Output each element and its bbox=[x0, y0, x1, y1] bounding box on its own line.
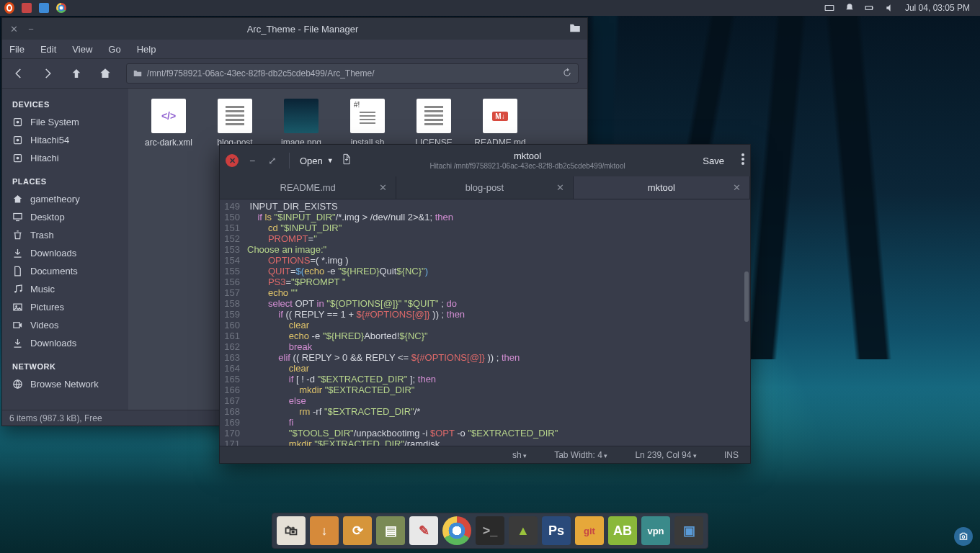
file-item[interactable]: blog-post bbox=[205, 99, 265, 148]
clock[interactable]: Jul 04, 03:05 PM bbox=[905, 3, 970, 13]
svg-point-16 bbox=[741, 153, 744, 156]
file-item[interactable]: install.sh bbox=[337, 99, 398, 148]
sidebar-item-label: File System bbox=[30, 117, 79, 127]
sidebar-item[interactable]: Documents bbox=[2, 262, 128, 280]
status-insert-mode[interactable]: INS bbox=[724, 450, 739, 460]
status-tabwidth[interactable]: Tab Width: 4 bbox=[554, 450, 607, 460]
window-minimize-button[interactable]: − bbox=[246, 155, 259, 166]
sidebar-item-label: Hitachi54 bbox=[30, 135, 69, 145]
dock-software-center[interactable]: 🛍 bbox=[277, 516, 306, 545]
save-button[interactable]: Save bbox=[703, 156, 724, 166]
dock-sync[interactable]: ⟳ bbox=[343, 516, 372, 545]
dock-notes[interactable]: ✎ bbox=[409, 516, 438, 545]
tab-close-icon[interactable]: ✕ bbox=[733, 182, 741, 193]
editor-code-area[interactable]: 149 150 151 152 153 154 155 156 157 158 … bbox=[220, 199, 750, 446]
sidebar-item[interactable]: Hitachi54 bbox=[2, 131, 128, 149]
dock-vpn[interactable]: vpn bbox=[641, 516, 670, 545]
dock-files[interactable]: ▤ bbox=[376, 516, 405, 545]
dock-chrome[interactable] bbox=[442, 516, 471, 545]
file-item[interactable]: image.png bbox=[271, 99, 331, 148]
app-indicator-2[interactable] bbox=[39, 3, 49, 13]
new-document-button[interactable] bbox=[341, 153, 352, 168]
sidebar-item-label: Browse Network bbox=[30, 379, 99, 390]
sidebar-item[interactable]: Desktop bbox=[2, 208, 128, 226]
sidebar-item[interactable]: Downloads bbox=[2, 334, 128, 352]
editor-title: mktool bbox=[514, 150, 541, 162]
fm-titlebar[interactable]: ✕ − Arc_Theme - File Manager bbox=[2, 18, 587, 40]
file-item[interactable]: M↓README.md bbox=[470, 99, 530, 148]
sidebar-item[interactable]: Hitachi bbox=[2, 149, 128, 167]
sidebar-item[interactable]: Videos bbox=[2, 316, 128, 334]
tab-close-icon[interactable]: ✕ bbox=[556, 182, 564, 193]
fm-sidebar: DEVICES File SystemHitachi54Hitachi PLAC… bbox=[2, 89, 128, 410]
window-maximize-button[interactable]: ⤢ bbox=[266, 155, 279, 166]
file-thumb: M↓ bbox=[483, 99, 517, 133]
open-button[interactable]: Open▼ bbox=[300, 156, 334, 166]
scrollbar-thumb[interactable] bbox=[744, 271, 749, 322]
sidebar-item[interactable]: Pictures bbox=[2, 298, 128, 316]
dock-ab[interactable]: AB bbox=[608, 516, 637, 545]
menu-edit[interactable]: Edit bbox=[40, 44, 56, 55]
sidebar-item[interactable]: Music bbox=[2, 280, 128, 298]
dock-photoshop[interactable]: Ps bbox=[542, 516, 571, 545]
window-minimize-button[interactable]: − bbox=[25, 23, 37, 35]
notifications-icon[interactable] bbox=[845, 3, 855, 13]
sidebar-item[interactable]: gametheory bbox=[2, 190, 128, 208]
tab-close-icon[interactable]: ✕ bbox=[379, 182, 387, 193]
hamburger-menu-button[interactable] bbox=[741, 153, 744, 168]
editor-tab[interactable]: README.md✕ bbox=[220, 176, 396, 199]
keyboard-icon[interactable] bbox=[824, 3, 834, 13]
code-text[interactable]: INPUT_DIR_EXISTS if ls "$INPUT_DIR"/*.im… bbox=[244, 199, 750, 446]
sidebar-item[interactable]: Downloads bbox=[2, 244, 128, 262]
svg-rect-0 bbox=[825, 6, 834, 11]
svg-rect-2 bbox=[872, 7, 873, 9]
reload-button[interactable] bbox=[562, 68, 572, 80]
menu-go[interactable]: Go bbox=[108, 44, 120, 55]
status-position[interactable]: Ln 239, Col 94 bbox=[635, 450, 697, 460]
sidebar-item[interactable]: File System bbox=[2, 113, 128, 131]
svg-point-11 bbox=[20, 290, 22, 292]
tab-label: README.md bbox=[280, 182, 336, 193]
sidebar-item[interactable]: Trash bbox=[2, 226, 128, 244]
sidebar-item-label: gametheory bbox=[30, 194, 80, 204]
app-indicator-chrome[interactable] bbox=[56, 3, 66, 13]
editor-headerbar[interactable]: ✕ − ⤢ Open▼ mktool Hitachi /mnt/f9758921… bbox=[220, 145, 750, 176]
window-close-button[interactable]: ✕ bbox=[8, 23, 19, 35]
volume-icon[interactable] bbox=[885, 3, 895, 13]
ubuntu-icon[interactable] bbox=[4, 3, 14, 13]
folder-icon bbox=[133, 68, 143, 78]
dock-terminal[interactable]: >_ bbox=[476, 516, 504, 545]
dock-git[interactable]: git bbox=[575, 516, 604, 545]
battery-icon[interactable] bbox=[865, 3, 875, 13]
sidebar-heading-places: PLACES bbox=[2, 174, 128, 190]
svg-point-19 bbox=[962, 536, 965, 539]
location-bar[interactable]: /mnt/f9758921-06ac-43ec-82f8-db2c5cdeb49… bbox=[126, 63, 579, 84]
menu-view[interactable]: View bbox=[72, 44, 92, 55]
editor-tab[interactable]: blog-post✕ bbox=[396, 176, 573, 199]
editor-tabs: README.md✕blog-post✕mktool✕ bbox=[220, 176, 750, 199]
svg-point-18 bbox=[741, 162, 744, 165]
file-item[interactable]: </>arc-dark.xml bbox=[138, 99, 199, 148]
window-close-button[interactable]: ✕ bbox=[226, 154, 239, 167]
nav-forward-button[interactable] bbox=[40, 66, 55, 81]
dock-android-studio[interactable]: ▲ bbox=[509, 516, 538, 545]
svg-point-13 bbox=[15, 305, 17, 307]
menu-help[interactable]: Help bbox=[137, 44, 156, 55]
file-item[interactable]: LICENSE bbox=[404, 99, 464, 148]
status-language[interactable]: sh bbox=[512, 450, 527, 460]
top-panel: Jul 04, 03:05 PM bbox=[0, 0, 980, 16]
nav-home-button[interactable] bbox=[97, 66, 113, 81]
sidebar-item[interactable]: Browse Network bbox=[2, 375, 128, 393]
sidebar-item-label: Desktop bbox=[30, 212, 65, 222]
line-gutter: 149 150 151 152 153 154 155 156 157 158 … bbox=[220, 199, 244, 446]
editor-tab[interactable]: mktool✕ bbox=[574, 176, 750, 199]
tab-label: mktool bbox=[648, 182, 675, 193]
dock-downloads[interactable]: ↓ bbox=[310, 516, 339, 545]
screenshot-button[interactable] bbox=[954, 527, 973, 546]
menu-file[interactable]: File bbox=[9, 44, 24, 55]
sidebar-heading-devices: DEVICES bbox=[2, 97, 128, 113]
nav-up-button[interactable] bbox=[68, 66, 84, 81]
dock-screenshot[interactable]: ▣ bbox=[674, 516, 703, 545]
app-indicator-1[interactable] bbox=[22, 3, 32, 13]
nav-back-button[interactable] bbox=[11, 66, 27, 81]
